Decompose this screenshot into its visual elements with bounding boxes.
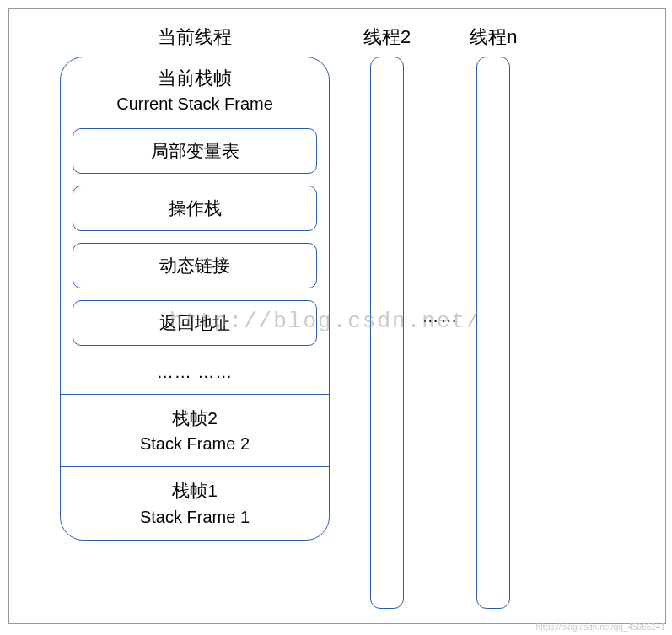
- current-stack-frame-section: 当前栈帧 Current Stack Frame: [61, 57, 329, 121]
- thread-n-label: 线程n: [470, 24, 517, 50]
- stack-frame-2-box: 栈帧2 Stack Frame 2: [61, 395, 329, 467]
- local-var-table-box: 局部变量表: [73, 128, 317, 174]
- stack-frame-2-en: Stack Frame 2: [61, 431, 329, 456]
- current-frame-header: 当前栈帧 Current Stack Frame: [61, 57, 329, 121]
- current-thread-column: 当前线程 当前栈帧 Current Stack Frame 局部变量表 操作栈 …: [60, 24, 330, 541]
- stack-frame-1-cn: 栈帧1: [61, 477, 329, 504]
- current-thread-box: 当前栈帧 Current Stack Frame 局部变量表 操作栈 动态链接 …: [60, 57, 330, 541]
- thread-2-box: [370, 57, 404, 609]
- stack-frame-1-section: 栈帧1 Stack Frame 1: [61, 467, 329, 540]
- operand-stack-box: 操作栈: [73, 186, 317, 231]
- corner-attribution: https://blog.csdn.net/qq_45065241: [536, 622, 665, 632]
- current-frame-title-cn: 当前栈帧: [61, 66, 329, 92]
- frame-body-ellipsis: …… ……: [73, 358, 317, 390]
- stack-frame-2-cn: 栈帧2: [61, 405, 329, 432]
- thread-2-label: 线程2: [363, 24, 411, 50]
- thread-n-column: 线程n: [470, 24, 517, 609]
- current-thread-label: 当前线程: [158, 24, 232, 50]
- thread-2-column: 线程2: [363, 24, 411, 609]
- threads-ellipsis: ……: [411, 24, 470, 326]
- thread-n-box: [476, 57, 510, 609]
- stack-frame-1-en: Stack Frame 1: [61, 504, 329, 530]
- current-frame-body: 局部变量表 操作栈 动态链接 返回地址 …… ……: [61, 121, 329, 394]
- threads-row: 当前线程 当前栈帧 Current Stack Frame 局部变量表 操作栈 …: [60, 24, 632, 609]
- diagram-container: 当前线程 当前栈帧 Current Stack Frame 局部变量表 操作栈 …: [8, 8, 666, 624]
- current-frame-body-section: 局部变量表 操作栈 动态链接 返回地址 …… ……: [61, 121, 329, 395]
- current-frame-title-en: Current Stack Frame: [61, 92, 329, 116]
- return-address-box: 返回地址: [73, 300, 317, 346]
- stack-frame-1-box: 栈帧1 Stack Frame 1: [61, 467, 329, 540]
- stack-frame-2-section: 栈帧2 Stack Frame 2: [61, 395, 329, 468]
- dynamic-link-box: 动态链接: [73, 243, 317, 288]
